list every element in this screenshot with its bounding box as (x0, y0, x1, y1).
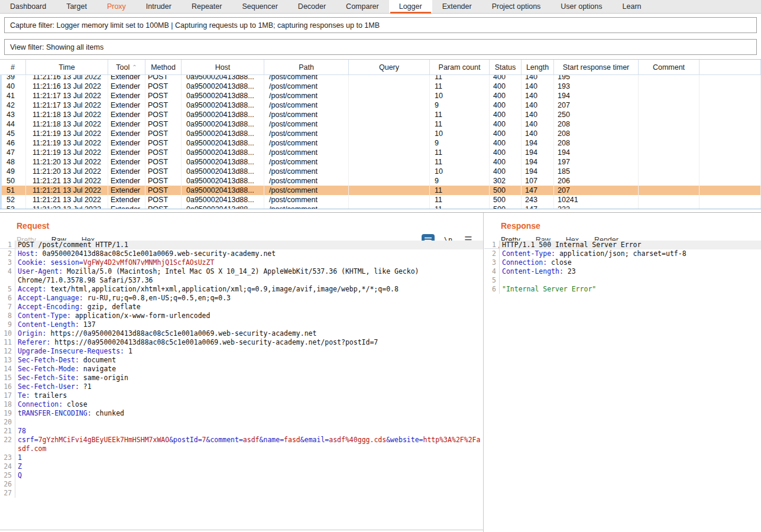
table-row[interactable]: 4811:21:20 13 Jul 2022ExtenderPOST0a9500… (2, 157, 761, 167)
table-horizontal-scrollbar[interactable] (0, 209, 761, 213)
editor-line: 25Q (0, 471, 483, 480)
cell-tool: Extender (108, 82, 145, 91)
table-row[interactable]: 5011:21:21 13 Jul 2022ExtenderPOST0a9500… (2, 176, 761, 186)
table-row[interactable]: 4011:21:16 13 Jul 2022ExtenderPOST0a9500… (2, 82, 761, 91)
table-row[interactable]: 4611:21:19 13 Jul 2022ExtenderPOST0a9500… (2, 138, 761, 148)
cell-host: 0a9500020413d88... (182, 176, 264, 186)
line-text: Content-Length: 23 (500, 267, 761, 276)
request-panel: Request PrettyRawHex \n ☰ 1POST /post/co… (0, 213, 484, 532)
cell-length: 194 (522, 138, 554, 148)
cell-query (349, 110, 430, 119)
table-row[interactable]: 4111:21:17 13 Jul 2022ExtenderPOST0a9500… (2, 91, 761, 100)
cell-filler (700, 195, 761, 205)
line-number: 19 (0, 409, 15, 418)
cell-query (349, 100, 430, 110)
main-tab-logger[interactable]: Logger (389, 0, 432, 13)
cell-length: 194 (522, 157, 554, 167)
cell-host: 0a9500020413d88... (182, 205, 264, 209)
cell-time: 11:21:17 13 Jul 2022 (26, 91, 108, 100)
column-header-path[interactable]: Path (264, 60, 349, 74)
table-row[interactable]: 4311:21:18 13 Jul 2022ExtenderPOST0a9500… (2, 110, 761, 119)
table-row[interactable]: 5311:21:22 13 Jul 2022ExtenderPOST0a9500… (2, 205, 761, 209)
cell-status: 400 (490, 100, 522, 110)
cell-method: POST (145, 82, 182, 91)
line-number: 6 (484, 285, 500, 294)
main-tab-dashboard[interactable]: Dashboard (0, 0, 56, 13)
line-text: Sec-Fetch-Dest: document (15, 356, 483, 365)
cell-time: 11:21:19 13 Jul 2022 (26, 138, 108, 148)
editor-line: 17Te: trailers (0, 391, 483, 400)
main-tab-learn[interactable]: Learn (613, 0, 652, 13)
line-number: 4 (484, 267, 500, 276)
table-row[interactable]: 4711:21:19 13 Jul 2022ExtenderPOST0a9500… (2, 148, 761, 157)
line-text: Z (15, 462, 483, 471)
table-row[interactable]: 4911:21:20 13 Jul 2022ExtenderPOST0a9500… (2, 167, 761, 176)
main-tab-sequencer[interactable]: Sequencer (232, 0, 287, 13)
cell-comment (639, 138, 700, 148)
editor-line: 3Cookie: session=VgFWy4D2vMfON7vMNMhjQ1S… (0, 258, 483, 267)
line-text (15, 480, 483, 489)
column-header-comment[interactable]: Comment (639, 60, 700, 74)
main-tab-intruder[interactable]: Intruder (136, 0, 182, 13)
main-tab-user-options[interactable]: User options (550, 0, 612, 13)
table-row[interactable]: 5111:21:21 13 Jul 2022ExtenderPOST0a9500… (2, 186, 761, 195)
cell-status: 400 (490, 82, 522, 91)
cell-query (349, 195, 430, 205)
cell-timer: 206 (554, 176, 639, 186)
editor-line: 16Sec-Fetch-User: ?1 (0, 382, 483, 391)
cell-host: 0a9500020413d88... (182, 167, 264, 176)
line-text: 78 (15, 427, 483, 436)
table-row[interactable]: 5211:21:21 13 Jul 2022ExtenderPOST0a9500… (2, 195, 761, 205)
cell-status: 500 (490, 205, 522, 209)
column-header-length[interactable]: Length (522, 60, 554, 74)
logger-table-body: 3911:21:16 13 Jul 2022ExtenderPOST0a9500… (0, 72, 761, 209)
cell-id: 50 (2, 176, 26, 186)
cell-comment (639, 100, 700, 110)
view-filter-bar[interactable]: View filter: Showing all items (4, 39, 757, 55)
request-editor[interactable]: 1POST /post/comment HTTP/1.12Host: 0a950… (0, 241, 483, 530)
cell-filler (700, 186, 761, 195)
cell-timer: 185 (554, 167, 639, 176)
main-tab-repeater[interactable]: Repeater (182, 0, 232, 13)
column-header-method[interactable]: Method (145, 60, 182, 74)
cell-comment (639, 205, 700, 209)
main-tab-extender[interactable]: Extender (432, 0, 482, 13)
column-header-time[interactable]: Time (26, 60, 108, 74)
capture-filter-bar[interactable]: Capture filter: Logger memory limit set … (4, 17, 757, 33)
cell-timer: 194 (554, 91, 639, 100)
cell-id: 43 (2, 110, 26, 119)
table-row[interactable]: 4211:21:17 13 Jul 2022ExtenderPOST0a9500… (2, 100, 761, 110)
column-header-query[interactable]: Query (349, 60, 430, 74)
line-number: 16 (0, 382, 15, 391)
cell-query (349, 167, 430, 176)
cell-time: 11:21:18 13 Jul 2022 (26, 110, 108, 119)
column-header-tool[interactable]: Tool⌃ (108, 60, 145, 74)
column-header-filler[interactable] (700, 60, 761, 74)
column-header-host[interactable]: Host (182, 60, 264, 74)
table-row[interactable]: 4511:21:19 13 Jul 2022ExtenderPOST0a9500… (2, 129, 761, 138)
column-header-param-count[interactable]: Param count (430, 60, 490, 74)
table-row[interactable]: 4411:21:18 13 Jul 2022ExtenderPOST0a9500… (2, 119, 761, 129)
response-editor[interactable]: 1HTTP/1.1 500 Internal Server Error2Cont… (484, 241, 761, 530)
column-header-status[interactable]: Status (490, 60, 522, 74)
main-tab-comparer[interactable]: Comparer (336, 0, 389, 13)
line-number: 27 (0, 489, 15, 498)
cell-timer: 194 (554, 148, 639, 157)
cell-param_count: 9 (430, 100, 490, 110)
column-header-start-response-timer[interactable]: Start response timer (554, 60, 639, 74)
editor-line: 14Sec-Fetch-Mode: navigate (0, 365, 483, 374)
cell-comment (639, 195, 700, 205)
column-header-#[interactable]: # (0, 60, 26, 74)
cell-param_count: 10 (430, 129, 490, 138)
main-tab-project-options[interactable]: Project options (482, 0, 551, 13)
cell-method: POST (145, 167, 182, 176)
main-tab-proxy[interactable]: Proxy (97, 0, 136, 13)
cell-query (349, 157, 430, 167)
editor-line: 3Connection: close (484, 258, 761, 267)
main-tab-decoder[interactable]: Decoder (288, 0, 336, 13)
main-tab-target[interactable]: Target (56, 0, 97, 13)
editor-line: 10Origin: https://0a9500020413d88ac08c5c… (0, 329, 483, 338)
line-number: 8 (0, 312, 15, 320)
cell-status: 400 (490, 148, 522, 157)
cell-tool: Extender (108, 195, 145, 205)
